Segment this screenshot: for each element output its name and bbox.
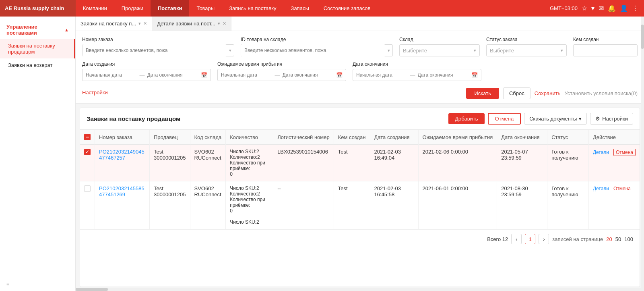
- save-button[interactable]: Сохранить: [535, 90, 561, 96]
- add-button[interactable]: Добавить: [448, 113, 484, 124]
- created-by-input[interactable]: [573, 44, 638, 56]
- table-title: Заявки на поставку продавцом: [87, 115, 180, 122]
- creation-date-end[interactable]: [147, 72, 199, 78]
- tab-vendor-orders[interactable]: Заявки на поставку п... ▾ ✕: [76, 17, 152, 31]
- user-icon[interactable]: 👤: [620, 4, 628, 12]
- brand-logo: AE Russia supply chain: [0, 0, 76, 17]
- nav-item-goods[interactable]: Товары: [189, 0, 222, 17]
- creation-date-start[interactable]: [86, 72, 137, 78]
- timezone-label: GMT+03:00: [550, 5, 578, 11]
- order-status-select[interactable]: Выберите ▾: [486, 44, 567, 56]
- sidebar-item-vendor-orders[interactable]: Заявки на поставку продавцом: [0, 39, 75, 58]
- filter-group-end-date: Дата окончания — 📅: [353, 61, 481, 81]
- bell-icon[interactable]: 🔔: [608, 4, 616, 12]
- th-warehouse-code: Код склада: [190, 130, 226, 145]
- filter-action-buttons: Искать Сброс Сохранить Установить услови…: [466, 87, 638, 99]
- nav-item-stock-status[interactable]: Состояние запасов: [316, 0, 378, 17]
- nav-item-stocks[interactable]: Запасы: [284, 0, 316, 17]
- warehouse-select[interactable]: Выберите ▾: [399, 44, 480, 56]
- end-date-start[interactable]: [356, 72, 408, 78]
- reset-button[interactable]: Сброс: [503, 87, 530, 99]
- product-id-input[interactable]: [241, 44, 385, 56]
- th-order-number: Номер заказа: [95, 130, 150, 145]
- warehouse-placeholder: Выберите: [403, 48, 427, 54]
- brand-name: AE Russia supply chain: [5, 5, 64, 11]
- gear-icon: ⚙: [595, 116, 600, 122]
- row-2-checkbox[interactable]: [84, 185, 91, 192]
- horizontal-scrollbar[interactable]: [76, 288, 641, 291]
- td-end-date-2: 2021-08-30 23:59:59: [497, 181, 547, 229]
- creation-date-calendar-icon[interactable]: 📅: [201, 72, 207, 78]
- td-checkbox-2: [80, 181, 95, 229]
- sidebar-collapse-button[interactable]: ≡: [0, 277, 75, 291]
- tab-close-icon[interactable]: ✕: [143, 21, 147, 26]
- nav-item-booking[interactable]: Запись на поставку: [222, 0, 283, 17]
- order-number-dropdown-icon[interactable]: ▾: [227, 48, 234, 53]
- nav-item-companies[interactable]: Компании: [76, 0, 114, 17]
- order-number-input[interactable]: [83, 44, 227, 56]
- th-quantity: Количество: [226, 130, 273, 145]
- cancel-link-2[interactable]: Отмена: [613, 186, 631, 191]
- more-icon[interactable]: ⋮: [632, 4, 638, 12]
- nav-item-deliveries[interactable]: Поставки: [151, 0, 189, 17]
- tab-detail-dropdown-icon[interactable]: ▾: [218, 21, 220, 26]
- mail-icon[interactable]: ✉: [599, 4, 604, 12]
- td-order-number-2: PO2102032145585477451269: [95, 181, 150, 229]
- order-number-link-1[interactable]: PO2102032149045477467257: [99, 149, 144, 161]
- end-date-range: — 📅: [353, 69, 481, 81]
- row-1-checkbox[interactable]: ✓: [84, 149, 91, 155]
- filter-group-creation-date: Дата создания — 📅: [82, 61, 211, 81]
- tab-dropdown-icon[interactable]: ▾: [138, 21, 141, 26]
- tab-order-details[interactable]: Детали заявки на пост... ▾ ✕: [152, 17, 231, 31]
- td-created-by-1: Test: [334, 145, 370, 181]
- horizontal-scrollbar-thumb[interactable]: [76, 288, 108, 291]
- page-size-20[interactable]: 20: [606, 236, 612, 242]
- download-button[interactable]: Скачать документы ▾: [524, 113, 587, 125]
- filter-settings-link[interactable]: Настройки: [82, 89, 108, 96]
- next-page-button[interactable]: ›: [539, 234, 549, 244]
- tab-detail-close-icon[interactable]: ✕: [223, 21, 226, 26]
- detail-link-2[interactable]: Детали: [593, 186, 609, 191]
- table-settings-button[interactable]: ⚙ Настройки: [590, 113, 633, 125]
- sidebar-section-header[interactable]: Управление поставками ▲: [0, 21, 75, 39]
- vertical-scrollbar[interactable]: [641, 17, 644, 291]
- order-status-dropdown-arrow: ▾: [561, 48, 563, 53]
- page-size-50[interactable]: 50: [615, 236, 621, 242]
- scrollbar-thumb[interactable]: [641, 25, 644, 49]
- set-condition-button[interactable]: Установить условия поиска(0): [564, 90, 638, 96]
- per-page-label: записей на странице: [552, 236, 603, 242]
- page-size-100[interactable]: 100: [624, 236, 633, 242]
- cancel-button[interactable]: Отмена: [488, 113, 521, 125]
- expected-arrival-start[interactable]: [221, 72, 272, 78]
- td-action-1: Детали Отмена: [588, 145, 640, 181]
- select-all-checkbox[interactable]: −: [84, 134, 91, 140]
- search-button[interactable]: Искать: [466, 88, 499, 99]
- orders-table: − Номер заказа Продавец Код склада Колич…: [80, 130, 640, 229]
- filter-row-1: Номер заказа ▾ ID товара на складе ▾: [82, 37, 638, 56]
- filter-label-end-date: Дата окончания: [353, 61, 481, 67]
- star-icon[interactable]: ☆: [582, 4, 587, 12]
- th-created-by: Кем создан: [334, 130, 370, 145]
- order-number-link-2[interactable]: PO2102032145585477451269: [99, 185, 144, 197]
- sidebar-item-returns[interactable]: Заявки на возврат: [0, 58, 75, 72]
- nav-item-sales[interactable]: Продажи: [114, 0, 151, 17]
- table-header-row: − Номер заказа Продавец Код склада Колич…: [80, 130, 640, 145]
- cancel-link-1[interactable]: Отмена: [613, 149, 636, 156]
- nav-right-area: GMT+03:00 ☆ ▾ ✉ 🔔 👤 ⋮: [550, 4, 644, 12]
- end-date-calendar-icon[interactable]: 📅: [471, 72, 478, 78]
- product-id-dropdown-icon[interactable]: ▾: [385, 48, 392, 53]
- tab-vendor-orders-label: Заявки на поставку п...: [80, 21, 136, 27]
- expected-arrival-end[interactable]: [283, 72, 334, 78]
- th-logistics-number: Логистический номер: [273, 130, 334, 145]
- prev-page-button[interactable]: ‹: [511, 234, 522, 244]
- expected-arrival-calendar-icon[interactable]: 📅: [336, 72, 343, 78]
- pagination-bar: Всего 12 ‹ 1 › записей на странице 20 50…: [80, 229, 640, 248]
- page-1-button[interactable]: 1: [525, 234, 535, 244]
- expected-arrival-range: — 📅: [217, 69, 346, 81]
- dropdown-icon[interactable]: ▾: [591, 4, 594, 12]
- end-date-end[interactable]: [418, 72, 469, 78]
- detail-link-1[interactable]: Детали: [593, 150, 609, 155]
- td-action-2: Детали Отмена: [588, 181, 640, 229]
- filter-label-warehouse: Склад: [399, 37, 480, 42]
- warehouse-dropdown-arrow: ▾: [474, 48, 476, 53]
